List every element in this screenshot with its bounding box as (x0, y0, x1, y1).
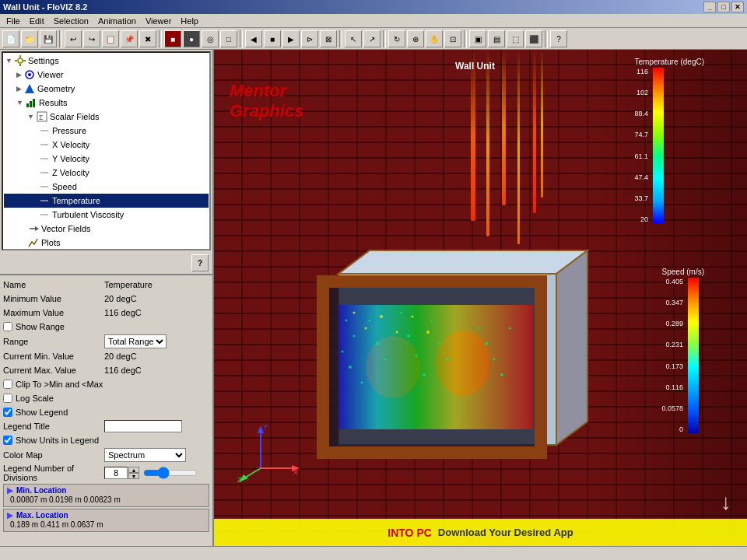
tree-icon-results (25, 96, 37, 109)
range-select[interactable]: Total Range Custom Range Clip Range (104, 334, 167, 348)
titlebar-controls[interactable]: _ □ ✕ (703, 2, 744, 12)
copy-button[interactable]: 📋 (102, 30, 119, 47)
maximize-button[interactable]: □ (717, 2, 730, 12)
log-scale-checkbox[interactable] (3, 394, 12, 403)
panel-help-button[interactable]: ? (191, 254, 209, 271)
menu-animation[interactable]: Animation (93, 16, 141, 26)
svg-point-53 (485, 342, 488, 345)
legend-title-input[interactable] (104, 420, 182, 432)
shade4-button[interactable]: □ (220, 30, 237, 47)
color-map-row: Color Map Spectrum Rainbow Hot Cool Gray… (3, 448, 209, 462)
titlebar-title: Wall Unit - FloVIZ 8.2 (3, 2, 87, 12)
cursor-button[interactable]: ↖ (345, 30, 362, 47)
undo-button[interactable]: ↩ (65, 30, 82, 47)
range-row: Range Total Range Custom Range Clip Rang… (3, 334, 209, 348)
rotate-button[interactable]: ↻ (388, 30, 405, 47)
shade2-button[interactable]: ● (183, 30, 200, 47)
name-value: Temperature (104, 280, 153, 289)
paste-button[interactable]: 📌 (121, 30, 138, 47)
svg-rect-10 (33, 99, 35, 107)
redo-button[interactable]: ↪ (83, 30, 100, 47)
speed-legend-bar-container: 0.4050.3470.2890.2310.1730.1160.05780 (662, 278, 704, 433)
tree-icon-z-velocity (38, 166, 51, 179)
tree-item-results[interactable]: ▼Results (4, 96, 209, 110)
helpbar-button[interactable]: ? (550, 30, 567, 47)
tree-item-geometry[interactable]: ▶Geometry (4, 82, 209, 96)
tree-item-pressure[interactable]: Pressure (4, 124, 209, 138)
export1-button[interactable]: ⬚ (507, 30, 524, 47)
tree-label-geometry: Geometry (37, 84, 75, 93)
new-button[interactable]: 📄 (2, 30, 19, 47)
show-legend-checkbox[interactable] (3, 408, 12, 417)
minimize-button[interactable]: _ (703, 2, 716, 12)
svg-point-44 (384, 359, 387, 361)
min-location-values: 0.00807 m 0.0198 m 0.00823 m (7, 495, 205, 505)
max-location-panel: ▶ Max. Location 0.189 m 0.411 m 0.0637 m (3, 509, 209, 532)
movie2-button[interactable]: ▤ (488, 30, 505, 47)
tree-item-scalar-fields[interactable]: ▼ΣScalar Fields (4, 110, 209, 124)
close-button[interactable]: ✕ (731, 2, 744, 12)
tree-item-settings[interactable]: ▼Settings (4, 54, 209, 68)
movie1-button[interactable]: ▣ (469, 30, 486, 47)
heat-stream-3 (502, 50, 506, 205)
open-button[interactable]: 📁 (21, 30, 38, 47)
clip-checkbox[interactable] (3, 380, 12, 389)
spinner-up[interactable]: ▲ (128, 467, 139, 473)
svg-point-59 (380, 315, 383, 318)
min-location-header[interactable]: ▶ Min. Location (7, 486, 205, 495)
show-range-checkbox[interactable] (3, 322, 12, 331)
tree-item-temperature[interactable]: Temperature (4, 194, 209, 208)
menu-help[interactable]: Help (176, 16, 203, 26)
tree-item-y-velocity[interactable]: Y Velocity (4, 152, 209, 166)
svg-point-56 (509, 327, 511, 330)
show-units-checkbox[interactable] (3, 436, 12, 445)
spinner-down[interactable]: ▼ (128, 473, 139, 479)
heat-stream-4 (517, 50, 520, 244)
tree-item-speed[interactable]: Speed (4, 180, 209, 194)
tree-item-x-velocity[interactable]: X Velocity (4, 138, 209, 152)
pan-button[interactable]: ✋ (426, 30, 443, 47)
menu-edit[interactable]: Edit (25, 16, 49, 26)
stop-button[interactable]: ■ (264, 30, 281, 47)
select-button[interactable]: ↗ (363, 30, 381, 47)
tree-item-turbulent-viscosity[interactable]: Turbulent Viscosity (4, 208, 209, 222)
speed-legend-label: 0.289 (666, 320, 684, 327)
navigation-arrow[interactable]: ↓ (721, 490, 731, 515)
export2-button[interactable]: ⬛ (525, 30, 542, 47)
divisions-slider[interactable] (143, 467, 198, 478)
menu-file[interactable]: File (2, 16, 25, 26)
speed-legend-label: 0.405 (666, 278, 684, 285)
menu-viewer[interactable]: Viewer (141, 16, 176, 26)
temp-legend-label: 33.7 (635, 194, 649, 202)
speed-legend: Speed (m/s) 0.4050.3470.2890.2310.1730.1… (662, 268, 704, 433)
tree-item-plots[interactable]: Plots (4, 236, 209, 249)
tree-item-viewer[interactable]: ▶Viewer (4, 68, 209, 82)
toolbar-separator-4 (339, 30, 342, 47)
play-button[interactable]: ▶ (282, 30, 300, 47)
color-map-select[interactable]: Spectrum Rainbow Hot Cool Grayscale (104, 448, 186, 462)
svg-point-6 (28, 73, 31, 76)
tree-item-z-velocity[interactable]: Z Velocity (4, 166, 209, 180)
zoom-button[interactable]: ⊕ (407, 30, 424, 47)
prev-frame-button[interactable]: ◀ (245, 30, 262, 47)
tree-icon-x-velocity (38, 138, 51, 151)
shade1-button[interactable]: ■ (164, 30, 181, 47)
watermark-graphics: Graphics (230, 101, 303, 121)
fit-button[interactable]: ⊡ (444, 30, 461, 47)
svg-point-60 (396, 331, 398, 334)
menu-selection[interactable]: Selection (49, 16, 93, 26)
save-button[interactable]: 💾 (40, 30, 57, 47)
divisions-input[interactable] (104, 467, 128, 479)
max-location-header[interactable]: ▶ Max. Location (7, 511, 205, 520)
min-location-panel: ▶ Min. Location 0.00807 m 0.0198 m 0.008… (3, 484, 209, 507)
viewer-area[interactable]: Mentor Graphics Wall Unit Temperature (d… (214, 50, 747, 546)
tree-icon-y-velocity (38, 152, 51, 165)
temp-legend-label: 88.4 (635, 110, 649, 117)
shade3-button[interactable]: ◎ (202, 30, 219, 47)
anim-button[interactable]: ⊠ (320, 30, 337, 47)
next-frame-button[interactable]: ⊳ (301, 30, 318, 47)
delete-button[interactable]: ✖ (139, 30, 156, 47)
tree-item-vector-fields[interactable]: Vector Fields (4, 222, 209, 236)
heat-stream-6 (541, 50, 543, 198)
speed-legend-label: 0.173 (666, 362, 684, 370)
